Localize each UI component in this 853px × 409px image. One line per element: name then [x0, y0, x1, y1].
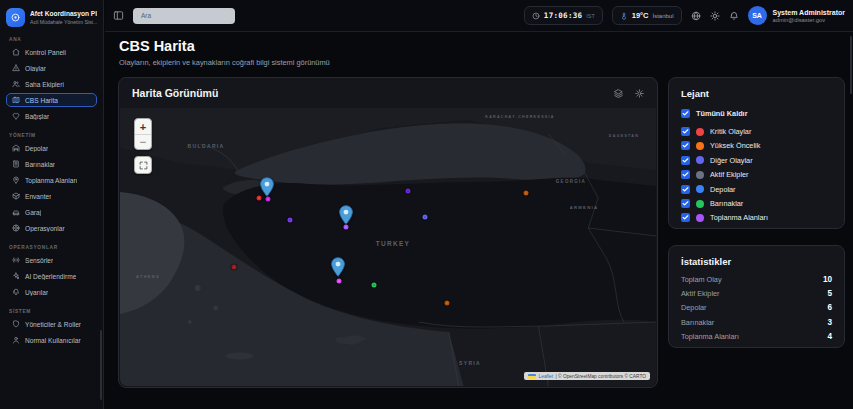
sidebar-item-label: Olaylar — [25, 65, 46, 72]
legend-color-dot — [696, 200, 704, 208]
stat-value: 5 — [827, 289, 832, 298]
map-circle-marker[interactable] — [337, 279, 342, 284]
sidebar-item-olaylar[interactable]: Olaylar — [6, 61, 97, 75]
map-pin-marker[interactable] — [331, 257, 345, 277]
zoom-out-button[interactable]: − — [135, 134, 151, 149]
clock-zone: IST — [586, 13, 594, 19]
stat-label: Toplam Olay — [681, 275, 722, 284]
map-circle-marker[interactable] — [232, 265, 237, 270]
sidebar-item-ai-değerlendirme[interactable]: AI Değerlendirme — [6, 269, 97, 283]
app-brand[interactable]: Afet Koordinasyon Pla... Acil Müdahale Y… — [6, 8, 97, 27]
sidebar-item-sensörler[interactable]: Sensörler — [6, 253, 97, 267]
map-attribution: Leaflet | © OpenStreetMap contributors ©… — [524, 372, 650, 380]
search-input[interactable] — [133, 8, 235, 24]
sidebar-item-label: Yöneticiler & Roller — [25, 321, 81, 328]
language-globe-icon[interactable] — [691, 11, 701, 21]
checkbox-checked-icon[interactable] — [681, 156, 690, 165]
map-pin-marker[interactable] — [260, 177, 274, 197]
stat-row-depolar: Depolar6 — [681, 301, 832, 315]
checkbox-checked-icon[interactable] — [681, 199, 690, 208]
layers-icon[interactable] — [614, 89, 623, 98]
map-canvas[interactable]: BULGARIAATHENSTURKEYGEORGIAARMENIASYRIAK… — [120, 108, 656, 386]
legend-color-dot — [696, 142, 704, 150]
fullscreen-button[interactable] — [134, 156, 152, 174]
sidebar-item-garaj[interactable]: Garaj — [6, 205, 97, 219]
zoom-in-button[interactable]: + — [135, 119, 151, 134]
stat-row-barınaklar: Barınaklar3 — [681, 315, 832, 329]
map-card-title: Harita Görünümü — [132, 87, 218, 99]
heart-icon — [12, 112, 20, 120]
legend-item-aktif-ekipler[interactable]: Aktif Ekipler — [681, 168, 832, 182]
sidebar-item-label: Kontrol Paneli — [25, 49, 66, 56]
checkbox-checked-icon[interactable] — [681, 127, 690, 136]
legend-item-label: Depolar — [710, 185, 736, 194]
sidebar-item-normal-kullanıcılar[interactable]: Normal Kullanıcılar — [6, 333, 97, 347]
sidebar-item-label: CBS Harita — [25, 97, 58, 104]
checkbox-checked-icon[interactable] — [681, 141, 690, 150]
checkbox-checked-icon[interactable] — [681, 170, 690, 179]
avatar: SA — [748, 6, 767, 25]
user-menu[interactable]: SA System Administrator admin@disaster.g… — [748, 6, 845, 25]
sidebar-item-barınaklar[interactable]: Barınaklar — [6, 157, 97, 171]
legend-item-diğer-olaylar[interactable]: Diğer Olaylar — [681, 153, 832, 167]
sidebar-item-envanter[interactable]: Envanter — [6, 189, 97, 203]
sidebar-toggle-icon[interactable] — [113, 10, 124, 21]
sidebar-item-toplanma-alanları[interactable]: Toplanma Alanları — [6, 173, 97, 187]
map-circle-marker[interactable] — [288, 218, 293, 223]
stats-panel: İstatistikler Toplam Olay10Aktif Ekipler… — [668, 245, 845, 348]
sidebar-scrollbar[interactable] — [100, 330, 102, 400]
legend-color-dot — [696, 214, 704, 222]
legend-item-depolar[interactable]: Depolar — [681, 182, 832, 196]
flag-icon — [528, 374, 536, 379]
notifications-bell-icon[interactable] — [729, 11, 739, 21]
map-circle-marker[interactable] — [344, 225, 349, 230]
sidebar-item-bağışlar[interactable]: Bağışlar — [6, 109, 97, 123]
map-circle-marker[interactable] — [423, 215, 428, 220]
map-label-georgia: GEORGIA — [556, 179, 586, 184]
map-circle-marker[interactable] — [257, 196, 262, 201]
sidebar-item-uyarılar[interactable]: Uyarılar — [6, 285, 97, 299]
checkbox-checked-icon[interactable] — [681, 185, 690, 194]
page-scrollbar[interactable] — [850, 36, 852, 94]
leaflet-link[interactable]: Leaflet — [539, 374, 553, 379]
weather-widget: 19°C İstanbul — [612, 6, 682, 25]
sidebar-item-label: Sensörler — [25, 257, 53, 264]
theme-toggle-icon[interactable] — [710, 11, 720, 21]
legend-item-label: Toplanma Alanları — [710, 213, 768, 222]
expand-icon — [139, 161, 148, 170]
map-circle-marker[interactable] — [266, 197, 271, 202]
map-label-turkey: TURKEY — [376, 240, 411, 247]
sidebar-item-operasyonlar[interactable]: Operasyonlar — [6, 221, 97, 235]
sidebar-item-depolar[interactable]: Depolar — [6, 141, 97, 155]
map-circle-marker[interactable] — [406, 189, 411, 194]
sidebar-item-cbs-harita[interactable]: CBS Harita — [6, 93, 97, 107]
legend-item-barınaklar[interactable]: Barınaklar — [681, 196, 832, 210]
stat-value: 3 — [827, 318, 832, 327]
stat-value: 6 — [827, 303, 832, 312]
map-label-karachay-cherkessia: KARACHAY-CHERKESSIA — [485, 115, 555, 119]
sidebar-item-label: Envanter — [25, 193, 51, 200]
legend-toggle-label: Tümünü Kaldır — [696, 109, 747, 118]
legend-toggle-all[interactable]: Tümünü Kaldır — [681, 106, 832, 120]
topbar: 17:06:36 IST 19°C İstanbul SA System Adm… — [105, 0, 853, 32]
stat-value: 4 — [827, 332, 832, 341]
map-label-athens: ATHENS — [136, 274, 160, 279]
home-icon — [12, 48, 20, 56]
checkbox-checked-icon[interactable] — [681, 109, 690, 118]
signal-icon — [12, 256, 20, 264]
sidebar-item-saha-ekipleri[interactable]: Saha Ekipleri — [6, 77, 97, 91]
sidebar-item-kontrol-paneli[interactable]: Kontrol Paneli — [6, 45, 97, 59]
checkbox-checked-icon[interactable] — [681, 213, 690, 222]
brightness-icon[interactable] — [635, 89, 644, 98]
map-circle-marker[interactable] — [445, 301, 450, 306]
legend-item-kritik-olaylar[interactable]: Kritik Olaylar — [681, 124, 832, 138]
legend-item-toplanma-alanları[interactable]: Toplanma Alanları — [681, 211, 832, 225]
map-circle-marker[interactable] — [524, 191, 529, 196]
legend-item-yüksek-öncelik[interactable]: Yüksek Öncelik — [681, 139, 832, 153]
map-circle-marker[interactable] — [372, 283, 377, 288]
legend-color-dot — [696, 156, 704, 164]
map-pin-marker[interactable] — [339, 205, 353, 225]
sidebar-item-yöneticiler-roller[interactable]: Yöneticiler & Roller — [6, 317, 97, 331]
legend-color-dot — [696, 185, 704, 193]
attribution-text: | © OpenStreetMap contributors © CARTO — [555, 374, 646, 379]
